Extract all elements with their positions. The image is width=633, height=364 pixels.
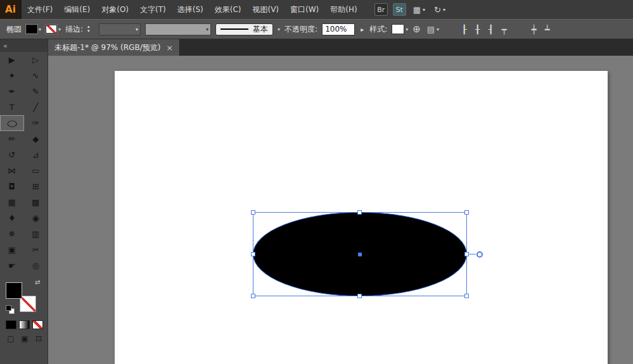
default-fill-stroke-icon[interactable]: [6, 305, 15, 314]
selection-handle-bottom-center[interactable]: [357, 294, 362, 298]
selection-center-point[interactable]: [358, 253, 362, 256]
fill-color-button[interactable]: ▾: [26, 25, 41, 34]
align-vertical-center-button[interactable]: ┿: [527, 23, 540, 35]
draw-normal-button[interactable]: ▢: [6, 334, 16, 344]
collapse-panel-button[interactable]: «: [0, 39, 48, 52]
workspace-icon: ↻: [434, 5, 441, 15]
selection-handle-middle-right[interactable]: [464, 252, 469, 256]
hand-tool[interactable]: ☛: [0, 258, 24, 273]
align-horizontal-center-button[interactable]: ╂: [471, 23, 484, 35]
type-tool[interactable]: T: [0, 99, 24, 115]
eyedropper-tool[interactable]: ♦: [0, 210, 24, 226]
mesh-tool[interactable]: ▦: [0, 194, 24, 210]
tool-grid: ▶ ▷ ✦ ∿ ✒ ✎ T ╱ ○ ✑: [0, 52, 48, 273]
stroke-weight-stepper[interactable]: ▴ ▾: [87, 25, 94, 34]
stroke-weight-select[interactable]: ▾: [99, 23, 141, 35]
pen-tool[interactable]: ✒: [0, 84, 24, 99]
tool-icon: ✂: [32, 246, 39, 254]
align-buttons-right: ┿┷: [527, 23, 554, 35]
collapse-chevrons-icon: «: [3, 42, 8, 50]
menu-type[interactable]: 文字(T): [134, 0, 172, 19]
selection-handle-middle-left[interactable]: [251, 252, 255, 256]
tool-icon: ╱: [33, 103, 38, 111]
line-segment-tool[interactable]: ╱: [24, 99, 48, 115]
draw-behind-button[interactable]: ▣: [20, 334, 30, 344]
document-setup-button[interactable]: ▤ ▾: [425, 25, 441, 34]
control-bar: 椭圆 ▾ ▾ 描边: ▴ ▾ ▾ ▾ 基本 ▾ 不透明度: 100% ▸ 样式:: [0, 19, 633, 39]
menu-select[interactable]: 选择(S): [172, 0, 209, 19]
selection-handle-top-center[interactable]: [357, 210, 362, 215]
tool-icon: ✦: [8, 72, 15, 80]
none-button[interactable]: [32, 320, 43, 329]
paintbrush-tool[interactable]: ✑: [24, 115, 48, 131]
menu-edit[interactable]: 编辑(E): [58, 0, 96, 19]
gradient-button[interactable]: [19, 320, 30, 329]
workspace-switcher-button[interactable]: ↻ ▾: [432, 5, 447, 15]
tab-close-icon[interactable]: ×: [166, 43, 173, 53]
tool-icon: ↺: [8, 151, 15, 159]
ellipse-tool[interactable]: ○: [0, 115, 24, 131]
align-horizontal-left-button[interactable]: ┠: [457, 23, 471, 35]
selection-handle-bottom-right[interactable]: [464, 294, 469, 298]
curvature-tool[interactable]: ✎: [24, 84, 48, 99]
draw-inside-button[interactable]: ⊡: [34, 334, 44, 344]
stock-button[interactable]: St: [393, 3, 406, 16]
shape-builder-tool[interactable]: ◘: [0, 179, 24, 194]
selection-tool[interactable]: ▶: [0, 52, 24, 68]
canvas[interactable]: [48, 56, 633, 364]
tool-icon: ▣: [8, 246, 16, 254]
menu-file[interactable]: 文件(F): [22, 0, 58, 19]
menu-object[interactable]: 对象(O): [96, 0, 134, 19]
fill-swatch[interactable]: [6, 282, 22, 299]
scale-tool[interactable]: ⊿: [24, 147, 48, 163]
symbol-sprayer-tool[interactable]: ✵: [0, 226, 24, 242]
align-vertical-top-button[interactable]: ┯: [497, 23, 511, 35]
active-tool-label: 椭圆: [6, 24, 22, 35]
chevron-down-icon[interactable]: ▾: [278, 27, 280, 32]
swap-fill-stroke-icon[interactable]: ⇄: [35, 279, 40, 286]
tool-icon: ⊿: [32, 151, 39, 159]
opacity-input[interactable]: 100%: [322, 23, 355, 35]
align-horizontal-right-button[interactable]: ┨: [484, 23, 497, 35]
globe-icon[interactable]: ⊕: [412, 23, 421, 35]
color-button[interactable]: [6, 320, 16, 329]
selection-handle-top-left[interactable]: [251, 210, 255, 215]
document-icon: ▤: [427, 25, 435, 34]
column-graph-tool[interactable]: ▥: [24, 226, 48, 242]
transform-widget-icon[interactable]: [476, 251, 483, 258]
menu-help[interactable]: 帮助(H): [324, 0, 362, 19]
document-tab[interactable]: 未标题-1* @ 97% (RGB/预览) ×: [48, 39, 180, 56]
menubar: Ai 文件(F)编辑(E)对象(O)文字(T)选择(S)效果(C)视图(V)窗口…: [0, 0, 633, 19]
direct-selection-tool[interactable]: ▷: [24, 52, 48, 68]
width-profile-select[interactable]: ▾: [145, 23, 211, 35]
perspective-grid-tool[interactable]: ⊞: [24, 179, 48, 194]
arrange-documents-button[interactable]: ▦ ▾: [411, 5, 427, 15]
chevron-down-icon: ▾: [443, 7, 445, 13]
style-label: 样式:: [369, 24, 387, 35]
style-select[interactable]: ▾: [392, 24, 408, 34]
eraser-tool[interactable]: ◆: [24, 131, 48, 147]
stroke-color-button[interactable]: ▾: [46, 25, 61, 34]
zoom-tool[interactable]: ◎: [24, 258, 48, 273]
artboard-tool[interactable]: ▣: [0, 242, 24, 258]
width-tool[interactable]: ⋈: [0, 163, 24, 179]
tool-icon: ✏: [8, 135, 15, 143]
selection-handle-bottom-left[interactable]: [251, 294, 255, 298]
blend-tool[interactable]: ◉: [24, 210, 48, 226]
align-vertical-bottom-button[interactable]: ┷: [540, 23, 554, 35]
pencil-tool[interactable]: ✏: [0, 131, 24, 147]
rotate-tool[interactable]: ↺: [0, 147, 24, 163]
slice-tool[interactable]: ✂: [24, 242, 48, 258]
bridge-button[interactable]: Br: [374, 3, 388, 16]
tool-icon: ✒: [8, 87, 15, 96]
magic-wand-tool[interactable]: ✦: [0, 68, 24, 84]
lasso-tool[interactable]: ∿: [24, 68, 48, 84]
menu-window[interactable]: 窗口(W): [285, 0, 324, 19]
opacity-panel-arrow-icon[interactable]: ▸: [359, 26, 365, 33]
menu-view[interactable]: 视图(V): [246, 0, 285, 19]
brush-definition-field[interactable]: 基本: [215, 23, 273, 35]
menu-effect[interactable]: 效果(C): [209, 0, 247, 19]
gradient-tool[interactable]: ▩: [24, 194, 48, 210]
free-transform-tool[interactable]: ▭: [24, 163, 48, 179]
selection-handle-top-right[interactable]: [464, 210, 469, 215]
